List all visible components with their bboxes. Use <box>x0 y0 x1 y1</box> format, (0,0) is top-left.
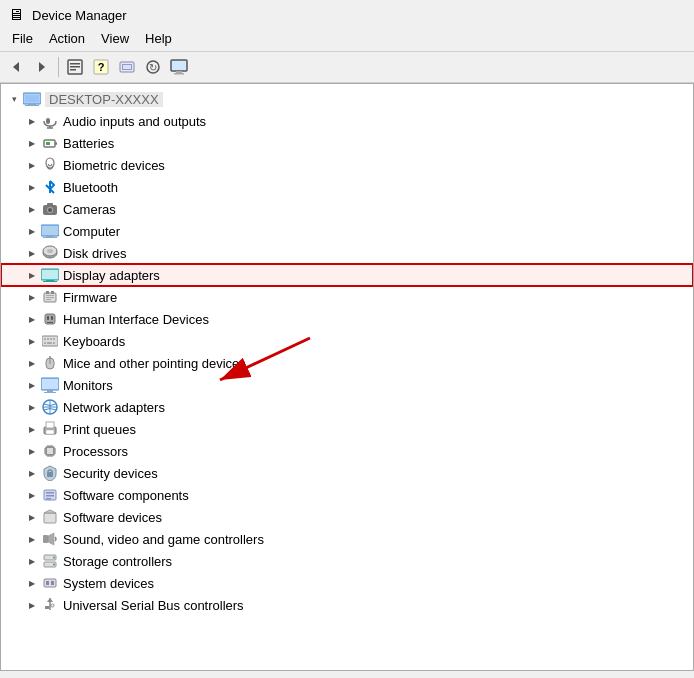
root-expand[interactable]: ▾ <box>5 90 23 108</box>
properties-button[interactable] <box>63 55 87 79</box>
expand-btn[interactable]: ▶ <box>23 442 41 460</box>
update-button[interactable]: ↻ <box>141 55 165 79</box>
list-item[interactable]: ▶ Computer <box>1 220 693 242</box>
title-bar: 🖥 Device Manager <box>0 0 694 26</box>
expand-btn[interactable]: ▶ <box>23 134 41 152</box>
list-item[interactable]: ▶ Universal Serial Bus controllers <box>1 594 693 616</box>
menu-action[interactable]: Action <box>41 28 93 49</box>
help-button[interactable]: ? <box>89 55 113 79</box>
list-item[interactable]: ▶ Monitors <box>1 374 693 396</box>
list-item[interactable]: ▶ Cameras <box>1 198 693 220</box>
item-label: Network adapters <box>63 400 165 415</box>
expand-btn[interactable]: ▶ <box>23 464 41 482</box>
expand-btn[interactable]: ▶ <box>23 398 41 416</box>
svg-rect-42 <box>46 291 49 294</box>
expand-btn[interactable]: ▶ <box>23 486 41 504</box>
expand-btn[interactable]: ▶ <box>23 332 41 350</box>
expand-btn[interactable]: ▶ <box>23 222 41 240</box>
sound-icon <box>41 530 59 548</box>
svg-rect-5 <box>70 69 76 71</box>
monitor-icon[interactable] <box>167 55 191 79</box>
svg-rect-51 <box>42 336 58 346</box>
expand-btn[interactable]: ▶ <box>23 552 41 570</box>
item-label: Software devices <box>63 510 162 525</box>
svg-rect-52 <box>44 338 46 340</box>
svg-rect-24 <box>55 142 57 145</box>
list-item[interactable]: ▶ System devices <box>1 572 693 594</box>
svg-point-98 <box>53 564 55 566</box>
expand-btn[interactable]: ▶ <box>23 354 41 372</box>
item-label: Security devices <box>63 466 158 481</box>
expand-btn[interactable]: ▶ <box>23 574 41 592</box>
display-adapters-label: Display adapters <box>63 268 160 283</box>
expand-btn[interactable]: ▶ <box>23 596 41 614</box>
expand-btn[interactable]: ▶ <box>23 376 41 394</box>
list-item[interactable]: ▶ Software devices <box>1 506 693 528</box>
svg-rect-43 <box>51 291 54 294</box>
list-item[interactable]: ▶ Proces <box>1 440 693 462</box>
list-item[interactable]: ▶ Firmware <box>1 286 693 308</box>
svg-rect-18 <box>25 105 39 106</box>
svg-rect-30 <box>47 203 53 206</box>
list-item[interactable]: ▶ Batteries <box>1 132 693 154</box>
expand-btn[interactable]: ▶ <box>23 112 41 130</box>
svg-rect-3 <box>70 63 80 65</box>
svg-rect-56 <box>44 342 46 344</box>
svg-rect-89 <box>46 492 54 494</box>
svg-rect-71 <box>46 430 54 434</box>
computer-icon <box>41 222 59 240</box>
print-icon <box>41 420 59 438</box>
menu-file[interactable]: File <box>4 28 41 49</box>
list-item[interactable]: ▶ Disk drives <box>1 242 693 264</box>
item-label: Disk drives <box>63 246 127 261</box>
expand-btn[interactable]: ▶ <box>23 420 41 438</box>
list-item[interactable]: ▶ Mice and other pointing devices <box>1 352 693 374</box>
scan-button[interactable] <box>115 55 139 79</box>
svg-text:↻: ↻ <box>149 62 157 73</box>
security-icon <box>41 464 59 482</box>
list-item[interactable]: ▶ Bluetooth <box>1 176 693 198</box>
svg-rect-38 <box>42 270 58 279</box>
menu-help[interactable]: Help <box>137 28 180 49</box>
storage-icon <box>41 552 59 570</box>
list-item[interactable]: ▶ Security devices <box>1 462 693 484</box>
expand-btn[interactable]: ▶ <box>23 156 41 174</box>
expand-btn[interactable]: ▶ <box>23 266 41 284</box>
list-item[interactable]: ▶ Biometric devices <box>1 154 693 176</box>
expand-btn[interactable]: ▶ <box>23 508 41 526</box>
list-item[interactable]: ▶ Print queues <box>1 418 693 440</box>
item-label: Bluetooth <box>63 180 118 195</box>
list-item[interactable]: ▶ Audio inputs and outputs <box>1 110 693 132</box>
svg-rect-54 <box>50 338 52 340</box>
expand-btn[interactable]: ▶ <box>23 244 41 262</box>
list-item[interactable]: ▶ Sound, video and game controllers <box>1 528 693 550</box>
back-button[interactable] <box>4 55 28 79</box>
audio-icon <box>41 112 59 130</box>
usb-icon <box>41 596 59 614</box>
item-label: Computer <box>63 224 120 239</box>
expand-btn[interactable]: ▶ <box>23 288 41 306</box>
item-label: Keyboards <box>63 334 125 349</box>
list-item[interactable]: ▶ Storage controllers <box>1 550 693 572</box>
expand-btn[interactable]: ▶ <box>23 200 41 218</box>
list-item[interactable]: ▶ Network adapters <box>1 396 693 418</box>
svg-rect-46 <box>46 299 51 300</box>
root-item[interactable]: ▾ DESKTOP-XXXXX <box>1 88 693 110</box>
expand-btn[interactable]: ▶ <box>23 178 41 196</box>
expand-btn[interactable]: ▶ <box>23 530 41 548</box>
svg-rect-25 <box>46 142 50 145</box>
svg-rect-73 <box>47 448 53 454</box>
list-item[interactable]: ▶ Software components <box>1 484 693 506</box>
list-item[interactable]: ▶ Keyboards <box>1 330 693 352</box>
expand-btn[interactable]: ▶ <box>23 310 41 328</box>
svg-rect-63 <box>42 379 58 389</box>
app-icon: 🖥 <box>8 6 24 24</box>
svg-point-29 <box>48 208 52 212</box>
display-adapters-item[interactable]: ▶ Display adapters <box>1 264 693 286</box>
forward-button[interactable] <box>30 55 54 79</box>
list-item[interactable]: ▶ Human Interface Devices <box>1 308 693 330</box>
svg-rect-99 <box>44 579 56 587</box>
svg-marker-103 <box>47 598 53 602</box>
svg-rect-15 <box>174 73 184 75</box>
menu-view[interactable]: View <box>93 28 137 49</box>
